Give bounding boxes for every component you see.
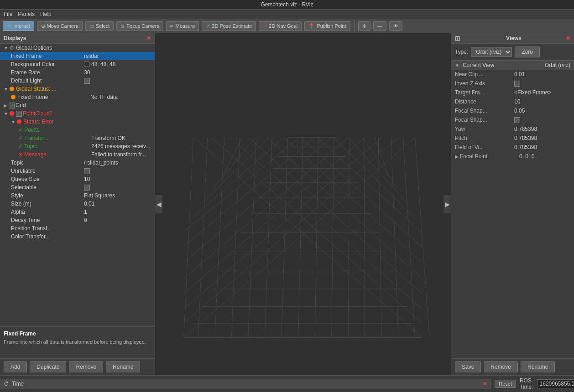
message-error-row[interactable]: ⊗ Message Failed to transform fr... [0, 150, 155, 159]
current-view-label: Current View [463, 62, 494, 68]
focal-shape1-row[interactable]: Focal Shap... 0.05 [451, 106, 574, 115]
views-remove-button[interactable]: Remove [484, 361, 518, 372]
displays-close-button[interactable]: ✕ [146, 35, 151, 41]
global-options-section[interactable]: ▼ ⚙ Global Options [0, 44, 155, 52]
viewport-scroll-right[interactable]: ▶ [444, 195, 451, 213]
yaw-row[interactable]: Yaw 0.785398 [451, 124, 574, 134]
selectable-row[interactable]: Selectable ✓ [0, 183, 155, 191]
transform-row[interactable]: ✓ Transfor... Transform OK [0, 134, 155, 142]
focus-camera-button[interactable]: ⊚ Focus Camera [116, 21, 163, 31]
current-view-section[interactable]: ▼ Current View Orbit (rviz) [451, 61, 574, 70]
style-row[interactable]: Style Flat Squares [0, 191, 155, 200]
reset-button[interactable]: Reset [495, 380, 516, 388]
fov-row[interactable]: Field of Vi... 0.785398 [451, 143, 574, 152]
2d-pose-estimate-button[interactable]: ↗ 2D Pose Estimate [202, 21, 256, 31]
time-close-button[interactable]: ✕ [483, 381, 487, 387]
decay-time-row[interactable]: Decay Time 0 [0, 216, 155, 224]
minus-toolbar-button[interactable]: — [373, 21, 386, 31]
target-frame-label: Target Fra... [455, 89, 514, 96]
global-options-label: Global Options [16, 45, 89, 51]
menu-file[interactable]: File [4, 11, 12, 17]
invert-z-checkbox[interactable]: □ [514, 81, 520, 87]
distance-value: 10 [514, 98, 570, 105]
target-frame-row[interactable]: Target Fra... <Fixed Frame> [451, 88, 574, 97]
pointcloud2-section[interactable]: ▼ ✓ PointCloud2 [0, 109, 155, 118]
color-transform-row[interactable]: Color Transfor... [0, 232, 155, 241]
size-row[interactable]: Size (m) 0.01 [0, 200, 155, 208]
position-transform-row[interactable]: Position Transf... [0, 224, 155, 232]
unreliable-label: Unreliable [11, 168, 84, 174]
unreliable-checkbox[interactable]: ✗ [84, 168, 90, 174]
invert-z-row[interactable]: Invert Z Axis □ [451, 79, 574, 88]
topic-row[interactable]: Topic /rslidar_points [0, 159, 155, 167]
pointcloud2-expand: ▼ [4, 111, 8, 116]
duplicate-button[interactable]: Duplicate [30, 361, 66, 372]
selectable-checkbox[interactable]: ✓ [84, 185, 90, 191]
default-light-row[interactable]: Default Light ✓ [0, 77, 155, 85]
fixed-frame-label: Fixed Frame [11, 53, 84, 59]
unreliable-row[interactable]: Unreliable ✗ [0, 167, 155, 175]
interact-button[interactable]: ☜ Interact [3, 21, 34, 31]
type-select[interactable]: Orbit (rviz) [471, 47, 512, 57]
type-label: Type: [455, 49, 468, 55]
menu-help[interactable]: Help [40, 11, 52, 17]
description-area: Fixed Frame Frame into which all data is… [0, 326, 155, 358]
svg-rect-0 [155, 42, 451, 366]
transform-value: Transform OK [91, 135, 153, 141]
viewport-scroll-left[interactable]: ◀ [155, 195, 162, 213]
frame-rate-row[interactable]: Frame Rate 30 [0, 68, 155, 77]
focal-shape2-checkbox[interactable]: ✓ [514, 117, 520, 123]
menu-panels[interactable]: Panels [18, 11, 35, 17]
fixed-frame-value: rslidar [84, 53, 153, 59]
2d-pose-label: 2D Pose Estimate [212, 23, 252, 29]
current-view-type: Orbit (rviz) [545, 62, 570, 68]
displays-header: Displays ✕ [0, 33, 155, 44]
background-color-row[interactable]: Background Color 48; 48; 48 [0, 60, 155, 68]
ros-time-input[interactable] [537, 379, 574, 388]
grid-section[interactable]: ▶ ✓ Grid [0, 101, 155, 109]
distance-row[interactable]: Distance 10 [451, 97, 574, 106]
pointcloud2-label: PointCloud2 [23, 110, 96, 117]
pointcloud2-checkbox[interactable]: ✓ [16, 111, 22, 117]
selectable-label: Selectable [11, 184, 84, 191]
pitch-row[interactable]: Pitch 0.785398 [451, 134, 574, 143]
move-camera-button[interactable]: ⊕ Move Camera [37, 21, 83, 31]
near-clip-row[interactable]: Near Clip ... 0.01 [451, 70, 574, 79]
transform-label: ✓ Transfor... [18, 135, 91, 141]
pointcloud2-error-icon [10, 111, 14, 116]
select-button[interactable]: ▭ Select [85, 21, 114, 31]
remove-button[interactable]: Remove [69, 361, 103, 372]
global-status-ff-value: No TF data [90, 94, 153, 100]
fixed-frame-row[interactable]: Fixed Frame rslidar [0, 52, 155, 60]
views-type-row: Type: Orbit (rviz) Zero [451, 44, 574, 61]
grid-checkbox[interactable]: ✓ [9, 103, 15, 108]
zero-button[interactable]: Zero [515, 46, 540, 57]
points-row[interactable]: ✓ Points [0, 126, 155, 134]
displays-buttons: Add Duplicate Remove Rename [0, 358, 155, 375]
views-save-button[interactable]: Save [455, 361, 481, 372]
views-close-button[interactable]: ✕ [566, 35, 570, 41]
2d-nav-goal-button[interactable]: ↗ 2D Nav Goal [259, 21, 302, 31]
global-status-section[interactable]: ▼ Global Status: ... [0, 85, 155, 93]
global-status-fixed-frame-row[interactable]: Fixed Frame No TF data [0, 93, 155, 101]
status-error-section[interactable]: ▼ Status: Error [0, 118, 155, 126]
add-toolbar-button[interactable]: ✛ [358, 21, 370, 31]
focal-shape2-row[interactable]: Focal Shap... ✓ [451, 115, 574, 124]
publish-point-button[interactable]: 📍 Publish Point [304, 21, 350, 31]
measure-button[interactable]: ━ Measure [166, 21, 199, 31]
color-swatch [84, 62, 89, 67]
alpha-row[interactable]: Alpha 1 [0, 208, 155, 216]
time-header: ⏱ Time ✕ [0, 379, 491, 389]
topic-messages-row[interactable]: ✓ Topic 2426 messages receiv... [0, 142, 155, 150]
views-rename-button[interactable]: Rename [521, 361, 555, 372]
queue-size-row[interactable]: Queue Size 10 [0, 175, 155, 183]
status-error-label: Status: Error [23, 119, 96, 125]
3d-viewport[interactable]: ◀ ▶ [155, 33, 451, 375]
focal-point-row[interactable]: ▶ Focal Point 0; 0; 0 [451, 152, 574, 161]
rename-button[interactable]: Rename [106, 361, 140, 372]
add-button[interactable]: Add [4, 361, 27, 372]
default-light-checkbox[interactable]: ✓ [84, 78, 90, 84]
eye-toolbar-button[interactable]: 👁 [389, 21, 402, 31]
time-fields: Reset ROS Time: ROS Elapsed: Wall Time: … [491, 376, 574, 392]
near-clip-value: 0.01 [514, 71, 570, 77]
